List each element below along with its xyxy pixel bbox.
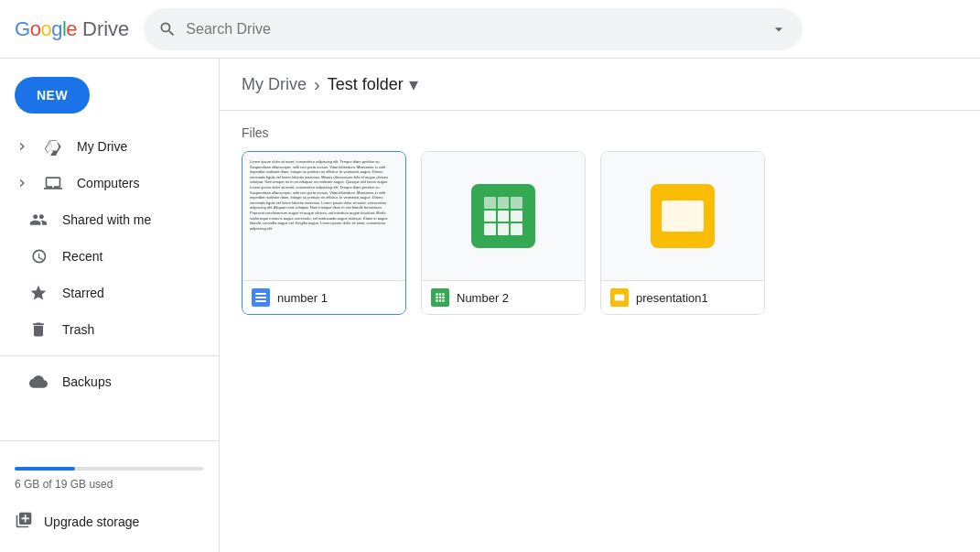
sidebar-item-label-starred: Starred bbox=[62, 286, 104, 300]
sidebar-nav: My Drive Computers Shared with me bbox=[0, 128, 219, 433]
file-preview-presentation1 bbox=[601, 152, 764, 280]
upgrade-storage-button[interactable]: Upgrade storage bbox=[0, 502, 219, 541]
sidebar-item-label-computers: Computers bbox=[77, 176, 139, 190]
svg-rect-6 bbox=[436, 299, 437, 301]
search-bar[interactable] bbox=[144, 8, 802, 50]
doc-preview-text: Lorem ipsum dolor sit amet, consectetur … bbox=[242, 152, 405, 280]
folder-dropdown-icon[interactable]: ▾ bbox=[409, 73, 418, 95]
file-footer-number1: number 1 bbox=[242, 280, 405, 314]
file-preview-number1: Lorem ipsum dolor sit amet, consectetur … bbox=[242, 152, 405, 280]
file-card-presentation1[interactable]: presentation1 bbox=[600, 151, 765, 315]
clock-icon bbox=[29, 247, 48, 265]
breadcrumb: My Drive › Test folder ▾ bbox=[220, 59, 980, 111]
google-wordmark: Google bbox=[15, 17, 77, 41]
breadcrumb-my-drive[interactable]: My Drive bbox=[242, 75, 307, 94]
file-name-number1: number 1 bbox=[277, 291, 328, 305]
sidebar-divider bbox=[0, 355, 219, 356]
file-footer-number2: Number 2 bbox=[422, 280, 585, 314]
sidebar-item-label-my-drive: My Drive bbox=[77, 139, 127, 154]
file-card-number2[interactable]: Number 2 bbox=[421, 151, 586, 315]
svg-rect-3 bbox=[436, 297, 437, 298]
sidebar-item-label-backups: Backups bbox=[62, 374, 112, 389]
sheets-large-icon bbox=[471, 184, 535, 248]
star-icon bbox=[29, 284, 48, 302]
file-preview-number2 bbox=[422, 152, 585, 280]
file-footer-presentation1: presentation1 bbox=[601, 280, 764, 314]
sidebar-item-shared-with-me[interactable]: Shared with me bbox=[0, 201, 204, 238]
new-button-wrap: NEW bbox=[0, 70, 219, 128]
sidebar-item-label-recent: Recent bbox=[62, 249, 102, 264]
sidebar-item-backups[interactable]: Backups bbox=[0, 363, 204, 400]
storage-section: 6 GB of 19 GB used bbox=[0, 449, 219, 502]
storage-icon bbox=[15, 511, 33, 532]
svg-rect-2 bbox=[442, 293, 444, 295]
svg-rect-4 bbox=[439, 297, 441, 298]
files-label: Files bbox=[242, 125, 958, 140]
slides-large-icon bbox=[651, 184, 715, 248]
sidebar-item-label-shared: Shared with me bbox=[62, 212, 151, 227]
storage-bar-background bbox=[15, 467, 204, 471]
breadcrumb-current-folder[interactable]: Test folder ▾ bbox=[328, 73, 418, 95]
sidebar-item-trash[interactable]: Trash bbox=[0, 311, 204, 348]
files-section: Files Lorem ipsum dolor sit amet, consec… bbox=[220, 111, 980, 330]
file-name-number2: Number 2 bbox=[457, 291, 509, 305]
sidebar: NEW My Drive Computer bbox=[0, 59, 220, 552]
storage-text: 6 GB of 19 GB used bbox=[15, 478, 204, 491]
sidebar-item-starred[interactable]: Starred bbox=[0, 275, 204, 311]
sidebar-item-computers[interactable]: Computers bbox=[0, 165, 204, 201]
computer-icon bbox=[44, 174, 62, 192]
chevron-right-icon bbox=[15, 139, 29, 154]
sidebar-item-recent[interactable]: Recent bbox=[0, 238, 204, 275]
storage-bar-fill bbox=[15, 467, 75, 471]
sidebar-item-my-drive[interactable]: My Drive bbox=[0, 128, 204, 165]
svg-rect-9 bbox=[615, 295, 625, 301]
svg-rect-0 bbox=[436, 293, 437, 295]
drive-icon bbox=[44, 137, 62, 156]
file-name-presentation1: presentation1 bbox=[636, 291, 708, 305]
upgrade-storage-label: Upgrade storage bbox=[44, 514, 139, 529]
svg-rect-7 bbox=[439, 299, 441, 301]
svg-rect-1 bbox=[439, 293, 441, 295]
search-input[interactable] bbox=[186, 21, 760, 38]
doc-icon bbox=[252, 288, 270, 307]
people-icon bbox=[29, 211, 48, 229]
sidebar-bottom-divider bbox=[0, 440, 219, 441]
search-dropdown-icon[interactable] bbox=[770, 20, 788, 38]
breadcrumb-separator-icon: › bbox=[314, 74, 320, 95]
drive-wordmark: Drive bbox=[82, 17, 129, 41]
files-grid: Lorem ipsum dolor sit amet, consectetur … bbox=[242, 151, 958, 315]
search-icon bbox=[158, 20, 177, 38]
file-card-number1[interactable]: Lorem ipsum dolor sit amet, consectetur … bbox=[242, 151, 406, 315]
trash-icon bbox=[29, 320, 48, 339]
header: Google Drive bbox=[0, 0, 980, 59]
logo: Google Drive bbox=[15, 17, 129, 41]
slides-icon bbox=[610, 288, 629, 307]
svg-rect-5 bbox=[442, 297, 444, 298]
sheets-icon bbox=[431, 288, 449, 307]
new-button[interactable]: NEW bbox=[15, 77, 90, 114]
app-layout: NEW My Drive Computer bbox=[0, 59, 980, 552]
svg-rect-8 bbox=[442, 299, 444, 301]
sidebar-item-label-trash: Trash bbox=[62, 322, 94, 337]
chevron-right-icon-computers bbox=[15, 176, 29, 190]
main-content: My Drive › Test folder ▾ Files Lorem ips… bbox=[220, 59, 980, 552]
cloud-icon bbox=[29, 373, 48, 391]
